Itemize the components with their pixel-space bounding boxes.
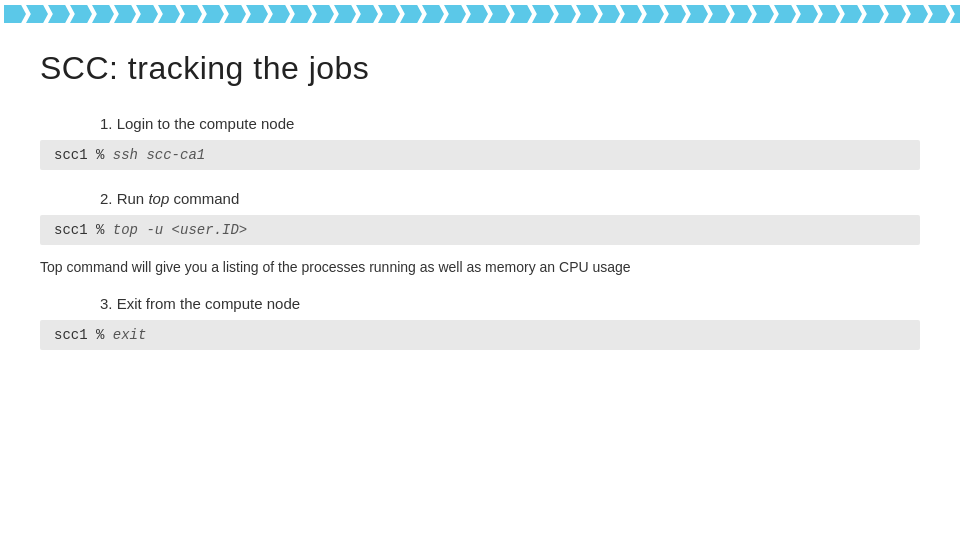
arrow-shape <box>312 5 334 23</box>
step1-label: 1. Login to the compute node <box>40 115 920 132</box>
arrow-shape <box>730 5 752 23</box>
step1-prefix: 1. Login to the compute node <box>100 115 294 132</box>
arrow-shape <box>180 5 202 23</box>
arrow-shape <box>444 5 466 23</box>
arrow-shape <box>686 5 708 23</box>
arrow-shape <box>642 5 664 23</box>
step3-code: scc1 % exit <box>40 320 920 350</box>
arrow-shape <box>268 5 290 23</box>
arrow-shape <box>884 5 906 23</box>
arrow-shape <box>664 5 686 23</box>
step1-prompt: scc1 % <box>54 147 113 163</box>
arrow-shape <box>576 5 598 23</box>
arrow-shape <box>202 5 224 23</box>
arrow-shape <box>488 5 510 23</box>
step2-command: top -u <user.ID> <box>113 222 247 238</box>
arrow-shape <box>378 5 400 23</box>
step2-label: 2. Run top command <box>40 190 920 207</box>
arrow-shape <box>4 5 26 23</box>
arrow-shape <box>356 5 378 23</box>
arrow-shape <box>554 5 576 23</box>
main-content: SCC: tracking the jobs 1. Login to the c… <box>0 28 960 390</box>
step1-command: ssh scc-ca1 <box>113 147 205 163</box>
step2-prompt: scc1 % <box>54 222 113 238</box>
arrow-shape <box>466 5 488 23</box>
step3-command: exit <box>113 327 147 343</box>
arrow-shape <box>532 5 554 23</box>
arrow-shape <box>334 5 356 23</box>
arrow-shape <box>620 5 642 23</box>
step3-prompt: scc1 % <box>54 327 113 343</box>
description-text: Top command will give you a listing of t… <box>40 259 920 275</box>
step3-label: 3. Exit from the compute node <box>40 295 920 312</box>
arrow-shape <box>950 5 960 23</box>
arrow-shape <box>26 5 48 23</box>
arrow-shape <box>774 5 796 23</box>
step3-prefix: 3. Exit from the compute node <box>100 295 300 312</box>
arrow-shape <box>840 5 862 23</box>
step2-italic: top <box>148 190 169 207</box>
arrow-shape <box>114 5 136 23</box>
arrow-shape <box>246 5 268 23</box>
arrow-shape <box>928 5 950 23</box>
arrow-shape <box>510 5 532 23</box>
arrow-shape <box>400 5 422 23</box>
arrow-shape <box>818 5 840 23</box>
arrow-shape <box>422 5 444 23</box>
arrow-shape <box>708 5 730 23</box>
arrow-shape <box>598 5 620 23</box>
arrow-shape <box>224 5 246 23</box>
arrow-shape <box>136 5 158 23</box>
arrow-shape <box>48 5 70 23</box>
arrow-shape <box>752 5 774 23</box>
arrow-banner-inner <box>4 5 960 23</box>
arrow-shape <box>92 5 114 23</box>
arrow-shape <box>796 5 818 23</box>
arrow-banner <box>0 0 960 28</box>
step2-prefix: 2. Run top command <box>100 190 239 207</box>
arrow-shape <box>906 5 928 23</box>
arrow-shape <box>862 5 884 23</box>
arrow-shape <box>290 5 312 23</box>
step1-code: scc1 % ssh scc-ca1 <box>40 140 920 170</box>
step2-code: scc1 % top -u <user.ID> <box>40 215 920 245</box>
page-title: SCC: tracking the jobs <box>40 50 920 87</box>
arrow-shape <box>158 5 180 23</box>
arrow-shape <box>70 5 92 23</box>
